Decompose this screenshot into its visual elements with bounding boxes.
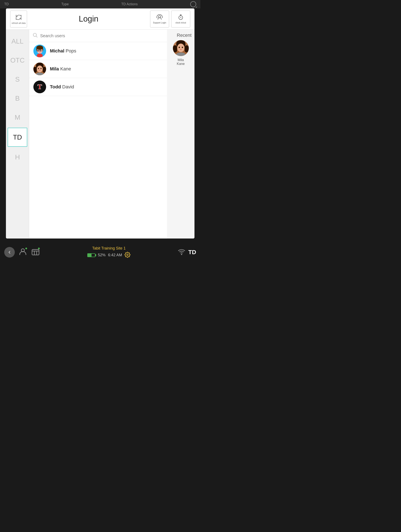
bottom-right: TD: [178, 248, 196, 256]
support-label: Support Login: [153, 22, 166, 24]
user-name-todd: Todd David: [50, 84, 74, 90]
svg-point-17: [37, 66, 43, 72]
svg-rect-19: [43, 67, 46, 73]
sidebar-item-td[interactable]: TD: [8, 128, 27, 147]
svg-rect-30: [173, 45, 177, 52]
svg-point-32: [179, 47, 180, 48]
bottom-left: [4, 247, 40, 258]
svg-point-21: [41, 68, 42, 69]
svg-text:T: T: [38, 83, 42, 90]
battery-fill: [88, 254, 92, 257]
avatar-michal: [33, 45, 46, 57]
main-card: refresh all data Login Support Login: [6, 8, 194, 239]
top-bar-actions: TD Actions: [121, 2, 138, 6]
settings-icon-wrap[interactable]: [125, 252, 131, 259]
svg-point-2: [33, 33, 36, 36]
top-bar: TD Type TD Actions: [0, 0, 200, 8]
battery-row: 52% 6:42 AM: [87, 252, 131, 259]
recent-panel: Recent MilaKane: [167, 30, 194, 239]
refresh-button[interactable]: refresh all data: [10, 11, 27, 27]
bottom-bar: Tabit Training Site 1 52% 6:42 AM: [0, 239, 200, 266]
svg-point-29: [177, 44, 184, 52]
user-list: Michal Pops: [29, 42, 167, 239]
bottom-center: Tabit Training Site 1 52% 6:42 AM: [87, 246, 131, 259]
td-badge: TD: [188, 249, 196, 256]
battery-percent: 52%: [98, 253, 106, 257]
table-icon-wrap: [31, 247, 40, 257]
svg-point-12: [40, 50, 41, 51]
header: refresh all data Login Support Login: [6, 8, 194, 30]
user-item-mila[interactable]: Mila Kane: [29, 60, 167, 78]
wifi-svg: [178, 248, 185, 256]
svg-point-33: [182, 47, 183, 48]
back-icon: [7, 250, 12, 255]
list-area: Michal Pops: [29, 30, 167, 239]
top-bar-type: Type: [61, 2, 69, 6]
user-item-todd[interactable]: T T Todd David: [29, 78, 167, 96]
svg-rect-36: [32, 249, 39, 255]
clock-label: clock in/out: [175, 22, 186, 24]
recent-avatar-mila[interactable]: [173, 40, 189, 56]
svg-rect-31: [185, 45, 189, 52]
search-bar: [29, 30, 167, 42]
sidebar-item-all[interactable]: ALL: [6, 32, 29, 51]
site-name: Tabit Training Site 1: [92, 246, 125, 251]
back-button[interactable]: [4, 247, 15, 258]
table-active-dot: [38, 248, 40, 249]
sidebar-item-otc[interactable]: OTC: [6, 51, 29, 70]
search-icon: [32, 32, 38, 39]
clock-icon: [177, 14, 184, 21]
person-active-dot: [25, 248, 27, 249]
recent-title: Recent: [177, 32, 192, 38]
support-login-button[interactable]: Support Login: [150, 11, 169, 27]
content-area: ALL OTC S B M TD H: [6, 30, 194, 239]
user-name-michal: Michal Pops: [50, 48, 76, 54]
svg-point-20: [38, 68, 39, 69]
support-icon: [156, 14, 163, 21]
user-name-mila: Mila Kane: [50, 66, 71, 72]
sidebar-item-s[interactable]: S: [6, 70, 29, 89]
svg-line-3: [36, 36, 38, 38]
sidebar-item-b[interactable]: B: [6, 89, 29, 108]
settings-icon: [125, 252, 131, 258]
svg-point-37: [127, 254, 128, 255]
top-bar-td: TD: [4, 2, 9, 6]
battery-icon: [87, 253, 95, 257]
header-actions: Support Login clock in/out: [150, 11, 190, 27]
wifi-icon: [178, 248, 185, 256]
svg-point-7: [36, 45, 43, 50]
sidebar-item-m[interactable]: M: [6, 108, 29, 127]
refresh-icon: [15, 13, 22, 21]
sidebar: ALL OTC S B M TD H: [6, 30, 29, 239]
svg-rect-18: [33, 67, 37, 73]
svg-point-38: [181, 254, 182, 255]
user-item-michal[interactable]: Michal Pops: [29, 42, 167, 60]
page-title: Login: [79, 14, 99, 24]
top-bar-search-icon[interactable]: [190, 1, 196, 7]
svg-point-11: [38, 50, 39, 51]
clock-in-out-button[interactable]: clock in/out: [171, 11, 190, 27]
refresh-label: refresh all data: [12, 22, 25, 24]
avatar-mila: [33, 63, 46, 75]
current-time: 6:42 AM: [108, 253, 122, 257]
recent-user-name: MilaKane: [177, 58, 185, 66]
person-icon-wrap: [18, 247, 27, 257]
avatar-todd: T T: [33, 81, 46, 93]
sidebar-item-h[interactable]: H: [6, 148, 29, 167]
search-input[interactable]: [40, 33, 164, 38]
